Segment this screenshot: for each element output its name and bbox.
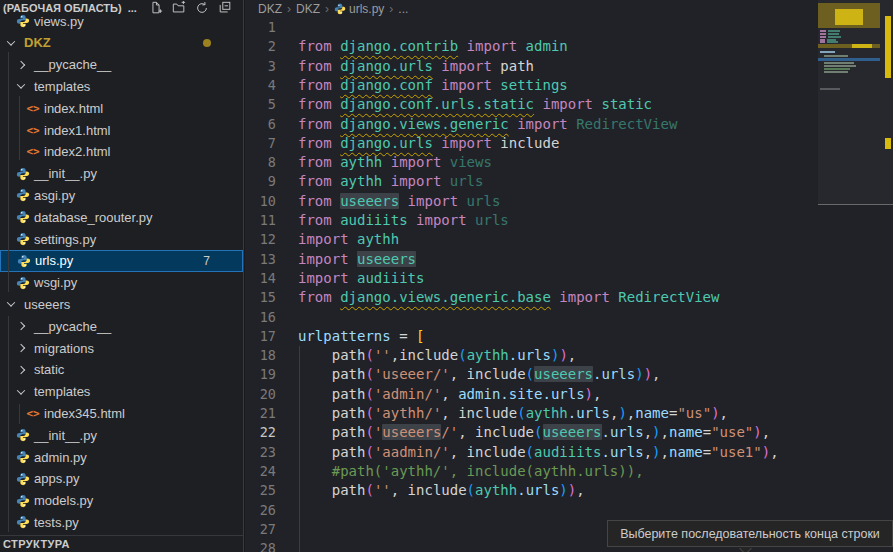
line-number: 22 — [245, 423, 276, 442]
code-text: import useeers — [298, 250, 416, 269]
tree-item-templates[interactable]: templates — [0, 75, 243, 97]
python-file-icon — [16, 167, 30, 181]
line-number: 9 — [245, 172, 276, 191]
tree-item-label: database_roouter.py — [34, 210, 153, 225]
code-line[interactable]: 22 path('useeers/', include(useeers.urls… — [245, 423, 818, 443]
chevron-down-icon — [7, 37, 15, 45]
line-number: 2 — [245, 37, 276, 56]
code-text: #path('aythh/', include(aythh.urls)), — [298, 462, 644, 481]
code-text: from django.conf import settings — [298, 76, 568, 95]
tree-item-urls-py[interactable]: urls.py7 — [0, 250, 243, 272]
refresh-icon[interactable] — [195, 1, 209, 15]
code-line[interactable]: 12import aythh — [245, 230, 818, 250]
code-text: from django.urls import include — [298, 134, 559, 153]
new-file-icon[interactable] — [149, 1, 163, 15]
tree-item-index-html[interactable]: <>index.html — [0, 97, 243, 119]
tree-item-label: index1.html — [44, 123, 110, 138]
code-line[interactable]: 26 — [245, 501, 818, 521]
line-number: 13 — [245, 250, 276, 269]
code-line[interactable]: 23 path('aadmin/', include(audiiits.urls… — [245, 443, 818, 463]
tree-item-label: settings.py — [34, 232, 96, 247]
python-file-icon — [16, 14, 30, 28]
code-line[interactable]: 24 #path('aythh/', include(aythh.urls)), — [245, 462, 818, 482]
tree-indent-guide — [8, 316, 9, 532]
code-line[interactable]: 4from django.conf import settings — [245, 76, 818, 96]
line-number: 24 — [245, 462, 276, 481]
code-area[interactable]: 12from django.contrib import admin3from … — [245, 0, 818, 552]
tree-item-label: __init__.py — [34, 166, 97, 181]
minimap-slider[interactable] — [818, 0, 893, 205]
tree-indent-guide — [8, 52, 9, 292]
tree-item-label: __pycache__ — [34, 57, 111, 72]
problems-count-badge: 7 — [203, 254, 210, 268]
python-file-icon — [16, 515, 30, 529]
tree-item-asgi-py[interactable]: asgi.py — [0, 184, 243, 206]
tree-item-models-py[interactable]: models.py — [0, 490, 243, 512]
python-file-icon — [16, 188, 30, 202]
overview-ruler — [885, 0, 893, 552]
tree-item-database-roouter-py[interactable]: database_roouter.py — [0, 206, 243, 228]
code-text: path('aadmin/', include(audiiits.urls,),… — [298, 443, 779, 462]
line-number: 18 — [245, 346, 276, 365]
tree-item-settings-py[interactable]: settings.py — [0, 228, 243, 250]
more-actions-button[interactable]: ... — [128, 2, 137, 14]
code-line[interactable]: 5from django.conf.urls.static import sta… — [245, 95, 818, 115]
python-file-icon — [16, 210, 30, 224]
code-line[interactable]: 25 path('', include(aythh.urls)), — [245, 481, 818, 501]
code-line[interactable]: 11from audiiits import urls — [245, 211, 818, 231]
code-line[interactable]: 10from useeers import urls — [245, 192, 818, 212]
tree-indent-guide — [19, 404, 20, 424]
code-line[interactable]: 21 path('aythh/', include(aythh.urls,),n… — [245, 404, 818, 424]
code-line[interactable]: 6from django.views.generic import Redire… — [245, 115, 818, 135]
tree-item-label: index.html — [44, 101, 103, 116]
tree-item-label: apps.py — [34, 471, 80, 486]
line-number: 3 — [245, 57, 276, 76]
python-file-icon — [16, 450, 30, 464]
tree-item-index1-html[interactable]: <>index1.html — [0, 119, 243, 141]
html-file-icon: <> — [26, 407, 40, 420]
code-line[interactable]: 2from django.contrib import admin — [245, 37, 818, 57]
code-line[interactable]: 17urlpatterns = [ — [245, 327, 818, 347]
tree-item--init-py[interactable]: __init__.py — [0, 424, 243, 446]
line-number: 5 — [245, 95, 276, 114]
tree-item-index345-html[interactable]: <>index345.html — [0, 402, 243, 424]
tree-item-migrations[interactable]: migrations — [0, 337, 243, 359]
code-line[interactable]: 16 — [245, 308, 818, 328]
editor-pane: DKZ›DKZ›urls.py›... 12from django.contri… — [245, 0, 893, 552]
tree-item-admin-py[interactable]: admin.py — [0, 446, 243, 468]
tree-item-tests-py[interactable]: tests.py — [0, 511, 243, 533]
outline-section-header[interactable]: СТРУКТУРА — [0, 535, 243, 552]
tree-item-dkz[interactable]: DKZ — [0, 32, 243, 54]
code-line[interactable]: 13import useeers — [245, 250, 818, 270]
tree-item-static[interactable]: static — [0, 359, 243, 381]
code-line[interactable]: 14import audiiits — [245, 269, 818, 289]
new-folder-icon[interactable] — [172, 1, 186, 15]
code-line[interactable]: 3from django.urls import path — [245, 57, 818, 77]
tree-item--pycache-[interactable]: __pycache__ — [0, 54, 243, 76]
collapse-folders-icon[interactable] — [218, 1, 232, 15]
code-line[interactable]: 19 path('useeer/', include(useeers.urls)… — [245, 365, 818, 385]
code-line[interactable]: 15from django.views.generic.base import … — [245, 288, 818, 308]
explorer-actions — [149, 1, 232, 15]
tree-item-useeers[interactable]: useeers — [0, 293, 243, 315]
python-file-icon — [16, 472, 30, 486]
code-line[interactable]: 8from aythh import views — [245, 153, 818, 173]
tree-item-label: __init__.py — [34, 428, 97, 443]
python-file-icon — [16, 232, 30, 246]
python-file-icon — [17, 254, 31, 268]
code-line[interactable]: 7from django.urls import include — [245, 134, 818, 154]
tree-item-index2-html[interactable]: <>index2.html — [0, 141, 243, 163]
tree-item-templates[interactable]: templates — [0, 381, 243, 403]
code-line[interactable]: 18 path('',include(aythh.urls)), — [245, 346, 818, 366]
code-line[interactable]: 20 path('admin/', admin.site.urls), — [245, 385, 818, 405]
python-file-icon — [16, 428, 30, 442]
code-text: import audiiits — [298, 269, 424, 288]
tree-item-apps-py[interactable]: apps.py — [0, 468, 243, 490]
code-line[interactable]: 1 — [245, 18, 818, 38]
tree-item-wsgi-py[interactable]: wsgi.py — [0, 272, 243, 294]
tree-item--init-py[interactable]: __init__.py — [0, 163, 243, 185]
tree-item--pycache-[interactable]: __pycache__ — [0, 315, 243, 337]
chevron-right-icon — [17, 344, 25, 352]
code-text: from aythh import urls — [298, 172, 483, 191]
code-line[interactable]: 9from aythh import urls — [245, 172, 818, 192]
